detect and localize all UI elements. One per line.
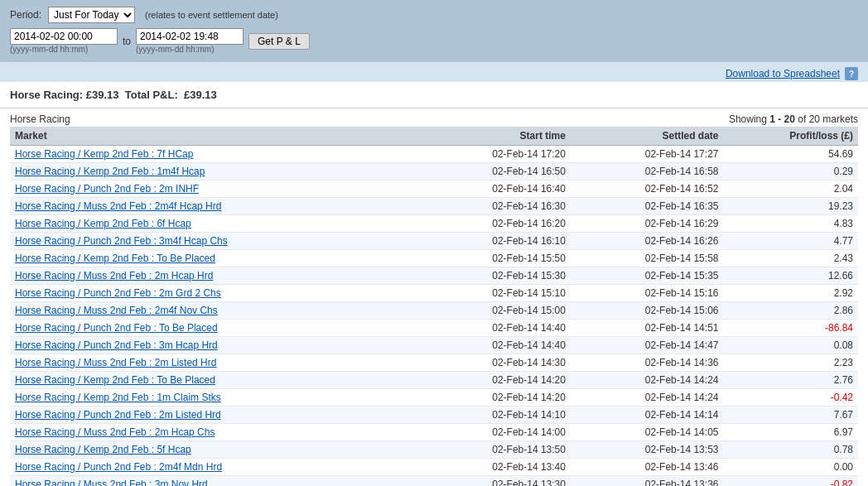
- start-time-cell: 02-Feb-14 15:00: [417, 302, 571, 320]
- market-link[interactable]: Horse Racing / Punch 2nd Feb : To Be Pla…: [15, 322, 218, 334]
- start-time-cell: 02-Feb-14 14:20: [417, 372, 571, 389]
- table-row: Horse Racing / Muss 2nd Feb : 2m4f Nov C…: [10, 302, 858, 320]
- date-from-group: (yyyy-mm-dd hh:mm): [10, 28, 118, 54]
- market-link[interactable]: Horse Racing / Punch 2nd Feb : 2m Listed…: [15, 409, 221, 421]
- start-time-cell: 02-Feb-14 13:50: [417, 441, 571, 459]
- table-row: Horse Racing / Punch 2nd Feb : 3m Hcap H…: [10, 337, 858, 354]
- download-spreadsheet-link[interactable]: Download to Spreadsheet: [726, 68, 840, 79]
- pl-cell: 2.43: [723, 250, 858, 267]
- settled-date-cell: 02-Feb-14 15:06: [571, 302, 724, 320]
- settled-date-cell: 02-Feb-14 14:05: [571, 424, 724, 441]
- start-time-cell: 02-Feb-14 14:40: [417, 320, 571, 337]
- date-from-hint: (yyyy-mm-dd hh:mm): [10, 45, 118, 54]
- start-time-cell: 02-Feb-14 13:30: [417, 476, 571, 487]
- table-row: Horse Racing / Kemp 2nd Feb : 5f Hcap 02…: [10, 441, 858, 459]
- start-time-cell: 02-Feb-14 16:20: [417, 215, 571, 233]
- market-link[interactable]: Horse Racing / Punch 2nd Feb : 2m4f Mdn …: [15, 461, 222, 473]
- start-time-cell: 02-Feb-14 15:50: [417, 250, 571, 267]
- table-row: Horse Racing / Muss 2nd Feb : 2m4f Hcap …: [10, 198, 858, 215]
- market-cell: Horse Racing / Muss 2nd Feb : 2m Hcap Hr…: [10, 267, 417, 285]
- date-row: (yyyy-mm-dd hh:mm) to (yyyy-mm-dd hh:mm)…: [10, 28, 858, 54]
- table-row: Horse Racing / Punch 2nd Feb : 2m Listed…: [10, 407, 858, 424]
- settled-date-cell: 02-Feb-14 16:29: [571, 215, 724, 233]
- market-link[interactable]: Horse Racing / Punch 2nd Feb : 3m Hcap H…: [15, 339, 218, 351]
- get-pl-button[interactable]: Get P & L: [248, 33, 310, 50]
- market-link[interactable]: Horse Racing / Muss 2nd Feb : 2m Listed …: [15, 357, 216, 368]
- showing-text: Showing 1 - 20 of 20 markets: [729, 113, 858, 125]
- pl-cell: 2.23: [723, 354, 858, 372]
- settled-date-cell: 02-Feb-14 14:24: [571, 389, 724, 407]
- market-link[interactable]: Horse Racing / Kemp 2nd Feb : 1m4f Hcap: [15, 166, 205, 177]
- settled-date-cell: 02-Feb-14 16:52: [571, 180, 724, 198]
- settled-date-cell: 02-Feb-14 16:58: [571, 163, 724, 180]
- market-link[interactable]: Horse Racing / Muss 2nd Feb : 2m4f Hcap …: [15, 200, 221, 212]
- market-link[interactable]: Horse Racing / Kemp 2nd Feb : To Be Plac…: [15, 374, 215, 386]
- market-link[interactable]: Horse Racing / Kemp 2nd Feb : To Be Plac…: [15, 253, 215, 264]
- settled-date-cell: 02-Feb-14 14:36: [571, 354, 724, 372]
- market-cell: Horse Racing / Kemp 2nd Feb : 1m Claim S…: [10, 389, 417, 407]
- date-to-input[interactable]: [136, 28, 244, 45]
- market-link[interactable]: Horse Racing / Punch 2nd Feb : 2m Grd 2 …: [15, 287, 221, 299]
- pl-cell: 2.76: [723, 372, 858, 389]
- pl-cell: -86.84: [723, 320, 858, 337]
- market-link[interactable]: Horse Racing / Kemp 2nd Feb : 7f HCap: [15, 148, 193, 160]
- market-cell: Horse Racing / Kemp 2nd Feb : To Be Plac…: [10, 372, 417, 389]
- settled-date-cell: 02-Feb-14 13:36: [571, 476, 724, 487]
- date-from-input[interactable]: [10, 28, 118, 45]
- pl-cell: 0.00: [723, 459, 858, 476]
- table-row: Horse Racing / Punch 2nd Feb : 2m INHF 0…: [10, 180, 858, 198]
- market-cell: Horse Racing / Kemp 2nd Feb : 6f Hcap: [10, 215, 417, 233]
- table-row: Horse Racing / Punch 2nd Feb : To Be Pla…: [10, 320, 858, 337]
- market-cell: Horse Racing / Kemp 2nd Feb : 1m4f Hcap: [10, 163, 417, 180]
- market-link[interactable]: Horse Racing / Muss 2nd Feb : 3m Nov Hrd: [15, 479, 208, 486]
- market-link[interactable]: Horse Racing / Punch 2nd Feb : 2m INHF: [15, 183, 199, 195]
- showing-range: 1 - 20: [769, 113, 795, 125]
- start-time-cell: 02-Feb-14 16:10: [417, 233, 571, 250]
- pl-cell: 2.86: [723, 302, 858, 320]
- market-link[interactable]: Horse Racing / Muss 2nd Feb : 2m Hcap Ch…: [15, 426, 215, 438]
- table-row: Horse Racing / Kemp 2nd Feb : To Be Plac…: [10, 250, 858, 267]
- settled-date-cell: 02-Feb-14 13:46: [571, 459, 724, 476]
- summary-bar: Horse Racing: £39.13 Total P&L: £39.13: [0, 82, 868, 108]
- market-cell: Horse Racing / Kemp 2nd Feb : To Be Plac…: [10, 250, 417, 267]
- market-cell: Horse Racing / Kemp 2nd Feb : 7f HCap: [10, 146, 417, 163]
- col-settled-date: Settled date: [571, 127, 724, 146]
- start-time-cell: 02-Feb-14 14:10: [417, 407, 571, 424]
- pl-cell: 6.97: [723, 424, 858, 441]
- table-row: Horse Racing / Kemp 2nd Feb : 1m Claim S…: [10, 389, 858, 407]
- start-time-cell: 02-Feb-14 14:30: [417, 354, 571, 372]
- market-link[interactable]: Horse Racing / Kemp 2nd Feb : 5f Hcap: [15, 444, 191, 455]
- settled-date-cell: 02-Feb-14 16:26: [571, 233, 724, 250]
- to-label: to: [123, 36, 131, 47]
- showing-suffix: of 20 markets: [798, 113, 858, 125]
- settled-date-cell: 02-Feb-14 14:24: [571, 372, 724, 389]
- start-time-cell: 02-Feb-14 16:50: [417, 163, 571, 180]
- market-link[interactable]: Horse Racing / Muss 2nd Feb : 2m4f Nov C…: [15, 305, 218, 316]
- period-select[interactable]: Just For Today Yesterday Last 7 Days Las…: [48, 7, 135, 23]
- table-row: Horse Racing / Muss 2nd Feb : 2m Hcap Hr…: [10, 267, 858, 285]
- pl-cell: 12.66: [723, 267, 858, 285]
- market-cell: Horse Racing / Muss 2nd Feb : 2m Listed …: [10, 354, 417, 372]
- table-row: Horse Racing / Punch 2nd Feb : 2m Grd 2 …: [10, 285, 858, 302]
- market-cell: Horse Racing / Kemp 2nd Feb : 5f Hcap: [10, 441, 417, 459]
- table-section: Horse Racing Showing 1 - 20 of 20 market…: [0, 108, 868, 486]
- table-row: Horse Racing / Kemp 2nd Feb : To Be Plac…: [10, 372, 858, 389]
- market-link[interactable]: Horse Racing / Punch 2nd Feb : 3m4f Hcap…: [15, 235, 228, 247]
- date-to-hint: (yyyy-mm-dd hh:mm): [136, 45, 244, 54]
- table-row: Horse Racing / Punch 2nd Feb : 3m4f Hcap…: [10, 233, 858, 250]
- start-time-cell: 02-Feb-14 13:40: [417, 459, 571, 476]
- help-button[interactable]: ?: [845, 67, 858, 80]
- pl-cell: 19.23: [723, 198, 858, 215]
- col-profit-loss: Profit/loss (£): [723, 127, 858, 146]
- pl-cell: 0.29: [723, 163, 858, 180]
- market-link[interactable]: Horse Racing / Kemp 2nd Feb : 6f Hcap: [15, 218, 191, 229]
- table-row: Horse Racing / Muss 2nd Feb : 3m Nov Hrd…: [10, 476, 858, 487]
- market-link[interactable]: Horse Racing / Muss 2nd Feb : 2m Hcap Hr…: [15, 270, 213, 281]
- pl-cell: -0.42: [723, 389, 858, 407]
- settled-date-cell: 02-Feb-14 13:53: [571, 441, 724, 459]
- settled-date-cell: 02-Feb-14 15:58: [571, 250, 724, 267]
- start-time-cell: 02-Feb-14 15:30: [417, 267, 571, 285]
- start-time-cell: 02-Feb-14 17:20: [417, 146, 571, 163]
- relates-text: (relates to event settlement date): [145, 10, 278, 20]
- market-link[interactable]: Horse Racing / Kemp 2nd Feb : 1m Claim S…: [15, 392, 221, 403]
